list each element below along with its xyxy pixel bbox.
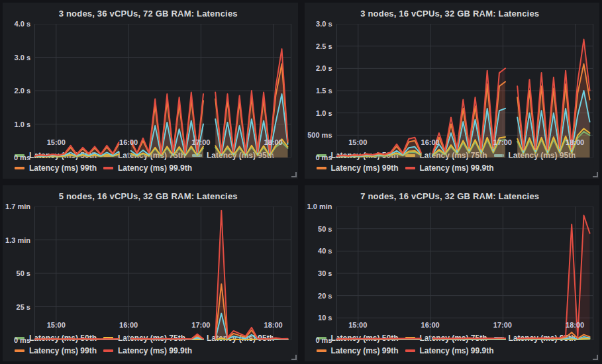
y-tick-label: 1.0 s bbox=[15, 120, 30, 128]
y-tick-label: 3.0 s bbox=[316, 20, 332, 28]
y-tick-label: 1.5 s bbox=[316, 87, 332, 95]
legend-label: Latency (ms) 99.9th bbox=[118, 163, 192, 173]
plot-area[interactable] bbox=[336, 24, 593, 136]
y-axis: 0 ms25 s50 s1.3 min1.7 min bbox=[5, 206, 34, 318]
y-tick-label: 40 s bbox=[318, 247, 332, 255]
x-tick-label: 17:00 bbox=[493, 138, 512, 146]
chart-body: 0 ms1.0 s2.0 s3.0 s4.0 s bbox=[5, 24, 291, 136]
legend-label: Latency (ms) 99.9th bbox=[118, 346, 192, 355]
y-tick-label: 0 ms bbox=[315, 336, 332, 344]
y-tick-label: 500 ms bbox=[307, 131, 332, 139]
y-tick-label: 2.0 s bbox=[15, 87, 30, 95]
panel-3-nodes-16-vcpus: 3 nodes, 16 vCPUs, 32 GB RAM: Latencies … bbox=[305, 3, 600, 179]
x-tick-label: 17:00 bbox=[191, 138, 210, 146]
panel-5-nodes-16-vcpus: 5 nodes, 16 vCPUs, 32 GB RAM: Latencies … bbox=[3, 185, 298, 361]
y-tick-label: 1.0 s bbox=[316, 109, 332, 117]
x-tick-label: 15:00 bbox=[47, 321, 66, 329]
legend-item[interactable]: Latency (ms) 99th bbox=[15, 163, 103, 173]
legend-item[interactable]: Latency (ms) 99th bbox=[15, 346, 103, 355]
x-tick-label: 16:00 bbox=[421, 321, 440, 329]
y-tick-label: 3.0 s bbox=[15, 54, 30, 62]
y-tick-label: 4.0 s bbox=[15, 20, 30, 28]
x-tick-label: 18:00 bbox=[566, 321, 584, 329]
x-axis: 15:0016:0017:0018:00 bbox=[336, 136, 593, 149]
x-tick-label: 18:00 bbox=[264, 321, 283, 329]
legend-swatch bbox=[15, 167, 25, 169]
legend-label: Latency (ms) 99th bbox=[29, 163, 97, 173]
panel-resize-handle[interactable] bbox=[291, 355, 297, 360]
chart-body: 0 ms10 s20 s30 s40 s50 s1.0 min bbox=[307, 206, 593, 318]
y-axis: 0 ms500 ms1.0 s1.5 s2.0 s2.5 s3.0 s bbox=[307, 24, 336, 136]
legend-swatch bbox=[15, 349, 25, 352]
legend-item[interactable]: Latency (ms) 99.9th bbox=[405, 346, 494, 355]
y-tick-label: 25 s bbox=[17, 303, 30, 311]
panel-title[interactable]: 3 nodes, 16 vCPUs, 32 GB RAM: Latencies bbox=[307, 5, 593, 24]
y-tick-label: 20 s bbox=[318, 292, 332, 300]
panel-resize-handle[interactable] bbox=[593, 172, 598, 177]
panel-title[interactable]: 7 nodes, 16 vCPUs, 32 GB RAM: Latencies bbox=[307, 188, 593, 206]
y-tick-label: 0 ms bbox=[315, 154, 332, 161]
plot-area[interactable] bbox=[336, 206, 593, 318]
panel-resize-handle[interactable] bbox=[291, 172, 297, 177]
legend-label: Latency (ms) 99.9th bbox=[420, 163, 494, 173]
panel-resize-handle[interactable] bbox=[593, 355, 598, 360]
y-tick-label: 50 s bbox=[318, 225, 332, 233]
legend-label: Latency (ms) 99th bbox=[331, 346, 399, 355]
plot-area[interactable] bbox=[34, 206, 291, 318]
x-tick-label: 16:00 bbox=[421, 138, 440, 146]
x-tick-label: 17:00 bbox=[493, 321, 512, 329]
chart-body: 0 ms500 ms1.0 s1.5 s2.0 s2.5 s3.0 s bbox=[307, 24, 593, 136]
legend-swatch bbox=[103, 167, 113, 169]
legend-item[interactable]: Latency (ms) 99.9th bbox=[103, 346, 192, 355]
y-tick-label: 1.3 min bbox=[5, 236, 30, 244]
legend-swatch bbox=[317, 167, 326, 169]
y-axis: 0 ms10 s20 s30 s40 s50 s1.0 min bbox=[307, 206, 336, 318]
y-tick-label: 2.0 s bbox=[316, 64, 332, 72]
legend-item[interactable]: Latency (ms) 99.9th bbox=[405, 163, 494, 173]
y-tick-label: 10 s bbox=[318, 314, 332, 322]
x-tick-label: 18:00 bbox=[566, 138, 584, 146]
y-tick-label: 0 ms bbox=[14, 154, 30, 161]
y-tick-label: 1.7 min bbox=[5, 203, 30, 210]
x-tick-label: 15:00 bbox=[348, 138, 367, 146]
x-tick-label: 16:00 bbox=[119, 321, 138, 329]
x-axis: 15:0016:0017:0018:00 bbox=[34, 136, 291, 149]
x-tick-label: 18:00 bbox=[264, 138, 283, 146]
x-tick-label: 17:00 bbox=[191, 321, 210, 329]
panel-title[interactable]: 5 nodes, 16 vCPUs, 32 GB RAM: Latencies bbox=[5, 188, 291, 206]
panel-title[interactable]: 3 nodes, 36 vCPUs, 72 GB RAM: Latencies bbox=[5, 5, 291, 24]
legend-item[interactable]: Latency (ms) 99th bbox=[317, 163, 405, 173]
plot-area[interactable] bbox=[34, 24, 291, 136]
y-tick-label: 30 s bbox=[318, 269, 332, 277]
legend-swatch bbox=[405, 349, 415, 352]
legend-item[interactable]: Latency (ms) 99th bbox=[317, 346, 405, 355]
chart-body: 0 ms25 s50 s1.3 min1.7 min bbox=[5, 206, 291, 318]
y-tick-label: 50 s bbox=[17, 269, 30, 277]
x-tick-label: 15:00 bbox=[47, 138, 66, 146]
y-tick-label: 0 ms bbox=[14, 336, 30, 344]
legend-label: Latency (ms) 99th bbox=[331, 163, 399, 173]
legend-swatch bbox=[103, 349, 113, 352]
legend-swatch bbox=[405, 167, 415, 169]
x-tick-label: 16:00 bbox=[119, 138, 138, 146]
x-tick-label: 15:00 bbox=[348, 321, 367, 329]
panel-3-nodes-36-vcpus: 3 nodes, 36 vCPUs, 72 GB RAM: Latencies … bbox=[3, 3, 298, 179]
legend-label: Latency (ms) 99.9th bbox=[420, 346, 494, 355]
legend-swatch bbox=[317, 349, 326, 352]
y-tick-label: 2.5 s bbox=[316, 42, 332, 50]
legend-item[interactable]: Latency (ms) 99.9th bbox=[103, 163, 192, 173]
y-tick-label: 1.0 min bbox=[307, 203, 332, 210]
y-axis: 0 ms1.0 s2.0 s3.0 s4.0 s bbox=[5, 24, 34, 136]
panel-7-nodes-16-vcpus: 7 nodes, 16 vCPUs, 32 GB RAM: Latencies … bbox=[305, 185, 600, 361]
x-axis: 15:0016:0017:0018:00 bbox=[34, 318, 291, 332]
legend-label: Latency (ms) 99th bbox=[29, 346, 97, 355]
dashboard-grid: 3 nodes, 36 vCPUs, 72 GB RAM: Latencies … bbox=[0, 0, 602, 364]
x-axis: 15:0016:0017:0018:00 bbox=[336, 318, 593, 332]
